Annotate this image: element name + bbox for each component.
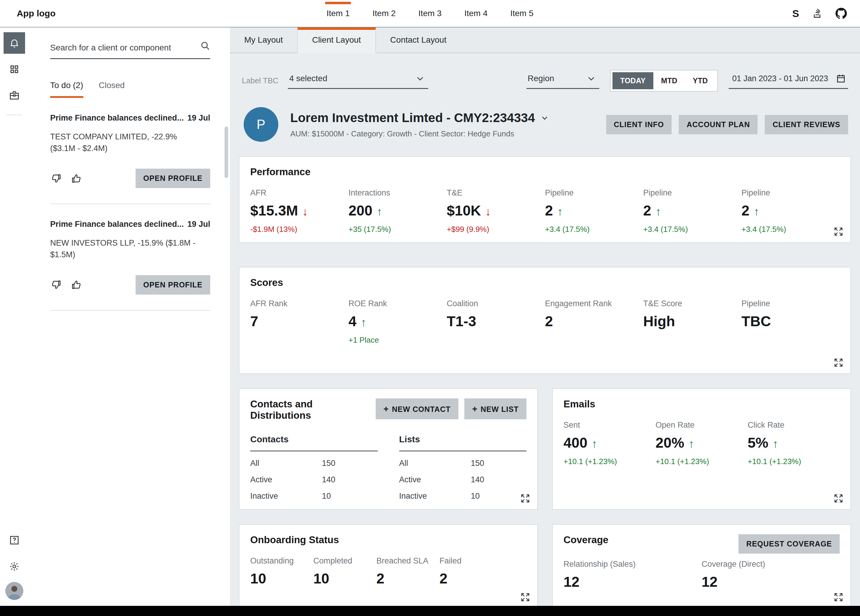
- nav-item-5[interactable]: Item 5: [502, 0, 542, 27]
- expand-icon[interactable]: [834, 358, 843, 367]
- trend-up-icon: [772, 434, 778, 451]
- date-range-field[interactable]: 01 Jan 2023 - 01 Jun 2023: [729, 72, 848, 89]
- s-brand-icon[interactable]: S: [792, 8, 799, 19]
- client-search: [50, 39, 210, 59]
- app-window: App logo Item 1 Item 2 Item 3 Item 4 Ite…: [0, 0, 860, 616]
- card-title: Scores: [250, 277, 840, 288]
- expand-icon[interactable]: [521, 494, 530, 503]
- period-mtd[interactable]: MTD: [653, 72, 685, 89]
- trend-up-icon: [557, 202, 563, 219]
- search-input[interactable]: [50, 43, 195, 53]
- contacts-distributions-card: Contacts and Distributions +NEW CONTACT …: [239, 388, 538, 510]
- nav-item-3[interactable]: Item 3: [410, 0, 450, 27]
- stackoverflow-icon[interactable]: [812, 8, 822, 19]
- thumbs-up-icon[interactable]: [71, 173, 82, 184]
- region-dropdown[interactable]: Region: [526, 72, 599, 89]
- new-list-button[interactable]: +NEW LIST: [465, 398, 526, 419]
- open-profile-button[interactable]: OPEN PROFILE: [136, 275, 210, 295]
- expand-icon[interactable]: [834, 227, 843, 237]
- tab-contact-layout[interactable]: Contact Layout: [376, 27, 461, 53]
- tab-my-layout[interactable]: My Layout: [230, 27, 298, 53]
- tab-closed[interactable]: Closed: [99, 81, 125, 98]
- scores-card: Scores AFR Rank7 ROE Rank4+1 Place Coali…: [239, 267, 851, 374]
- notifications-panel: To do (2) Closed Prime Finance balances …: [29, 27, 230, 606]
- tab-todo[interactable]: To do (2): [50, 81, 83, 98]
- client-header: P Lorem Investment Limted - CMY2:234334 …: [244, 107, 848, 142]
- filter-label: Label TBC: [242, 76, 278, 85]
- notification-card: Prime Finance balances declined... 19 Ju…: [50, 204, 210, 310]
- todo-tabs: To do (2) Closed: [50, 81, 210, 98]
- thumbs-down-icon[interactable]: [50, 279, 61, 290]
- client-name[interactable]: Lorem Investment Limted - CMY2:234334: [290, 111, 549, 125]
- trend-up-icon: [656, 202, 661, 219]
- card-title: Coverage: [563, 534, 608, 545]
- left-icon-rail: [0, 27, 29, 606]
- notification-title: Prime Finance balances declined...: [50, 219, 184, 229]
- multiselect-dropdown[interactable]: 4 selected: [288, 72, 428, 89]
- region-value: Region: [528, 74, 554, 83]
- performance-card: Performance AFR$15.3M-$1.9M (13%) Intera…: [239, 156, 851, 243]
- notification-title: Prime Finance balances declined...: [50, 113, 184, 123]
- period-ytd[interactable]: YTD: [685, 72, 716, 89]
- nav-item-4[interactable]: Item 4: [456, 0, 496, 27]
- layout-tabs: My Layout Client Layout Contact Layout: [230, 27, 860, 53]
- expand-icon[interactable]: [834, 494, 843, 503]
- trend-up-icon: [688, 434, 694, 451]
- emails-card: Emails Sent400+10.1 (+1.23%) Open Rate20…: [552, 388, 851, 510]
- apps-grid-icon[interactable]: [3, 58, 25, 80]
- client-reviews-button[interactable]: CLIENT REVIEWS: [765, 115, 848, 134]
- top-nav: Item 1 Item 2 Item 3 Item 4 Item 5: [318, 0, 542, 27]
- plus-icon: +: [472, 404, 478, 414]
- trend-up-icon: [361, 313, 366, 329]
- open-profile-button[interactable]: OPEN PROFILE: [136, 169, 210, 188]
- github-icon[interactable]: [835, 8, 847, 19]
- onboarding-status-card: Onboarding Status Outstanding10 Complete…: [239, 524, 538, 606]
- thumbs-up-icon[interactable]: [71, 279, 82, 290]
- help-icon[interactable]: [3, 530, 25, 551]
- client-meta: AUM: $15000M - Category: Growth - Client…: [290, 129, 549, 138]
- client-info-button[interactable]: CLIENT INFO: [606, 115, 672, 134]
- notification-date: 19 Jul: [187, 113, 210, 123]
- settings-gear-icon[interactable]: [3, 556, 25, 577]
- notification-card: Prime Finance balances declined... 19 Ju…: [50, 98, 210, 204]
- plus-icon: +: [383, 404, 389, 414]
- trend-up-icon: [377, 202, 382, 219]
- rail-divider: [6, 114, 22, 115]
- header-icon-group: S: [792, 8, 847, 19]
- new-contact-button[interactable]: +NEW CONTACT: [376, 398, 458, 419]
- card-title: Contacts and Distributions: [250, 398, 376, 421]
- calendar-icon[interactable]: [836, 74, 846, 83]
- request-coverage-button[interactable]: REQUEST COVERAGE: [738, 534, 840, 553]
- user-avatar[interactable]: [5, 582, 23, 600]
- expand-icon[interactable]: [521, 592, 530, 602]
- filter-bar: Label TBC 4 selected Region: [242, 70, 848, 92]
- card-title: Performance: [250, 166, 840, 177]
- nav-item-1[interactable]: Item 1: [318, 0, 358, 27]
- notification-body: TEST COMPANY LIMITED, -22.9% ($3.1M - $2…: [50, 131, 199, 154]
- nav-item-2[interactable]: Item 2: [364, 0, 404, 27]
- search-icon[interactable]: [200, 41, 210, 53]
- dashboard-content: Label TBC 4 selected Region: [230, 53, 860, 606]
- chevron-down-icon: [416, 74, 425, 83]
- trend-down-icon: [302, 202, 308, 219]
- notification-divider: [50, 310, 210, 311]
- notifications-bell-icon[interactable]: [3, 32, 25, 54]
- chevron-down-icon: [541, 114, 549, 122]
- client-avatar: P: [244, 107, 278, 142]
- account-plan-button[interactable]: ACCOUNT PLAN: [679, 115, 758, 134]
- top-header: App logo Item 1 Item 2 Item 3 Item 4 Ite…: [0, 0, 860, 27]
- trend-down-icon: [485, 202, 491, 219]
- notification-body: NEW INVESTORS LLP, -15.9% ($1.8M - $1.5M…: [50, 237, 199, 260]
- trend-up-icon: [592, 434, 597, 451]
- period-today[interactable]: TODAY: [612, 72, 653, 89]
- panel-scrollbar[interactable]: [224, 127, 228, 178]
- tab-client-layout[interactable]: Client Layout: [298, 27, 376, 53]
- bottom-bar: [0, 606, 860, 616]
- coverage-card: Coverage REQUEST COVERAGE Relationship (…: [552, 524, 851, 606]
- expand-icon[interactable]: [834, 592, 843, 602]
- multiselect-value: 4 selected: [289, 74, 327, 83]
- period-toggle: TODAY MTD YTD: [610, 70, 718, 92]
- chevron-down-icon: [587, 74, 596, 83]
- briefcase-icon[interactable]: [3, 85, 25, 106]
- thumbs-down-icon[interactable]: [50, 173, 61, 184]
